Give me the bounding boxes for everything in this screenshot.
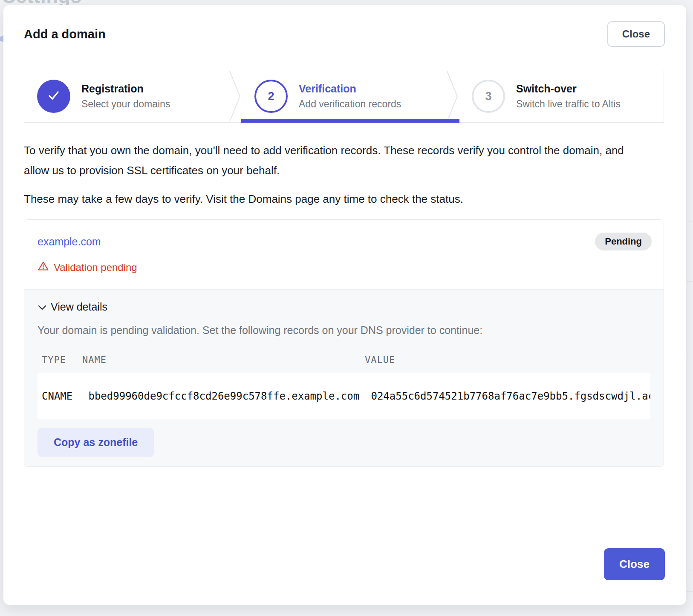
domain-link[interactable]: example.com [38, 236, 101, 248]
status-badge: Pending [595, 233, 652, 250]
step-subtitle: Switch live traffic to Altis [516, 98, 621, 110]
domain-card-header: example.com Pending Validation pending [24, 220, 664, 289]
view-details-label: View details [51, 301, 107, 313]
step-title: Switch-over [516, 83, 621, 95]
step-registration[interactable]: Registration Select your domains [24, 70, 229, 122]
step-separator-chevron-icon [446, 70, 459, 122]
dns-instructions: Your domain is pending validation. Set t… [38, 324, 650, 337]
step-title: Registration [81, 83, 170, 95]
stepper: Registration Select your domains 2 Verif… [24, 70, 664, 123]
note-paragraph: These may take a few days to verify. Vis… [20, 189, 665, 209]
warning-triangle-icon [38, 261, 49, 274]
step-subtitle: Select your domains [81, 98, 170, 110]
chevron-down-icon [38, 301, 47, 313]
step-number: 3 [485, 90, 491, 103]
column-header-type: TYPE [42, 354, 82, 365]
step-separator-chevron-icon [229, 70, 242, 122]
copy-as-zonefile-button[interactable]: Copy as zonefile [38, 428, 154, 457]
close-button-bottom[interactable]: Close [604, 548, 665, 580]
modal-title: Add a domain [20, 27, 106, 41]
record-type: CNAME [42, 390, 82, 402]
column-header-value: VALUE [365, 354, 650, 365]
dns-records-table: TYPE NAME VALUE CNAME _bbed99960de9cfccf… [38, 354, 650, 419]
active-step-indicator-bar [241, 119, 459, 123]
modal-header: Add a domain Close [20, 21, 665, 47]
warning-label: Validation pending [54, 262, 137, 273]
column-header-name: NAME [82, 354, 365, 365]
step-title: Verification [299, 83, 401, 95]
step-complete-circle [37, 80, 70, 113]
modal-footer: Close [20, 548, 665, 580]
domain-card-details: View details Your domain is pending vali… [24, 289, 664, 466]
close-button-top[interactable]: Close [607, 21, 665, 47]
dns-table-header: TYPE NAME VALUE [38, 354, 650, 365]
check-icon [45, 87, 62, 106]
domain-card: example.com Pending Validation pending [24, 219, 664, 467]
add-domain-modal: Add a domain Close Registration Select y… [3, 5, 686, 605]
intro-paragraph: To verify that you own the domain, you'l… [20, 141, 643, 181]
record-name: _bbed99960de9cfccf8cd26e99c578ffe.exampl… [82, 390, 365, 402]
step-switch-over[interactable]: 3 Switch-over Switch live traffic to Alt… [459, 70, 664, 122]
record-value: _024a55c6d574521b7768af76ac7e9bb5.fgsdsc… [365, 390, 650, 402]
background-page-edge [686, 0, 693, 616]
step-number-circle: 2 [254, 80, 288, 113]
step-number: 2 [268, 90, 274, 103]
validation-warning: Validation pending [38, 261, 652, 274]
dns-record-row: CNAME _bbed99960de9cfccf8cd26e99c578ffe.… [38, 373, 650, 419]
view-details-toggle[interactable]: View details [38, 301, 650, 313]
step-subtitle: Add verification records [299, 98, 401, 110]
step-verification[interactable]: 2 Verification Add verification records [242, 70, 446, 122]
step-number-circle: 3 [472, 80, 505, 113]
